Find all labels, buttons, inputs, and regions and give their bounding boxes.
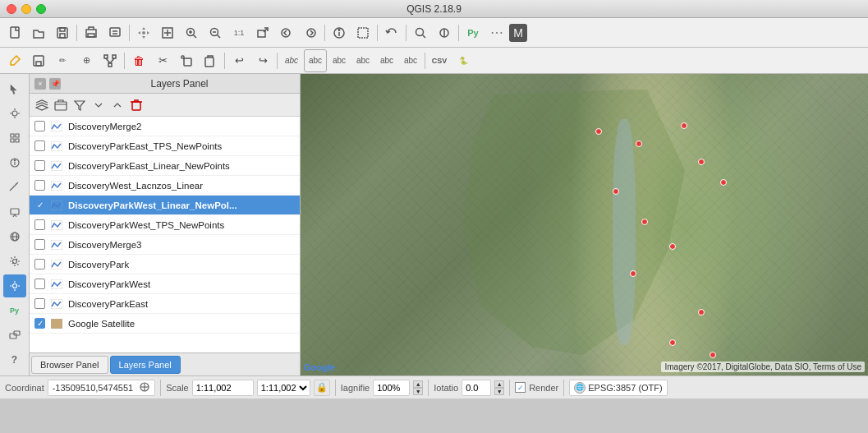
move-feature-button[interactable]: ⊕ bbox=[75, 49, 98, 72]
node-tool-button[interactable] bbox=[99, 49, 122, 72]
layer-checkbox[interactable] bbox=[34, 140, 45, 151]
csv-button[interactable]: CSV bbox=[428, 49, 451, 72]
digitize-button[interactable]: ✏ bbox=[51, 49, 74, 72]
collapse-all-button[interactable] bbox=[108, 96, 126, 114]
rotation-spinner[interactable]: ▲ ▼ bbox=[494, 380, 504, 395]
help-tool-button[interactable]: ? bbox=[3, 348, 26, 371]
layers-panel-pin[interactable]: 📌 bbox=[49, 78, 61, 90]
python-button[interactable]: Py bbox=[462, 21, 485, 44]
save-project-button[interactable] bbox=[51, 21, 74, 44]
add-layer-button[interactable] bbox=[33, 96, 51, 114]
render-checkbox[interactable]: ✓ bbox=[515, 382, 526, 393]
layer-item[interactable]: DiscoveryParkWest_TPS_NewPoints bbox=[30, 215, 300, 235]
zoom-actual-button[interactable]: 1:1 bbox=[227, 21, 250, 44]
zoom-layer-button[interactable] bbox=[251, 21, 274, 44]
add-group-button[interactable] bbox=[52, 96, 70, 114]
label-rotate-button[interactable]: abc bbox=[351, 49, 374, 72]
layer-item[interactable]: DiscoveryParkEast_TPS_NewPoints bbox=[30, 136, 300, 156]
rotation-input[interactable] bbox=[462, 380, 491, 396]
settings-tool-button[interactable] bbox=[3, 274, 26, 297]
layer-checkbox[interactable] bbox=[34, 160, 45, 171]
coordinate-icon[interactable] bbox=[139, 381, 150, 394]
label-auto-button[interactable]: abc bbox=[399, 49, 422, 72]
layers-panel-close[interactable]: × bbox=[34, 78, 46, 90]
magnifier-down[interactable]: ▼ bbox=[413, 388, 423, 395]
python-tool-button[interactable]: Py bbox=[3, 299, 26, 322]
maximize-button[interactable] bbox=[36, 4, 46, 14]
label-move-button[interactable]: abc bbox=[328, 49, 351, 72]
zoom-prev-button[interactable] bbox=[275, 21, 298, 44]
print-composer-button[interactable] bbox=[80, 21, 103, 44]
map-area[interactable]: Google Imagery ©2017, DigitalGlobe, Data… bbox=[301, 74, 868, 375]
magnifier-up[interactable]: ▲ bbox=[413, 380, 423, 388]
toggle-editing-button[interactable] bbox=[3, 49, 26, 72]
label-pin-button[interactable]: abc bbox=[304, 49, 327, 72]
rotation-down[interactable]: ▼ bbox=[494, 388, 504, 395]
zoom-next-button[interactable] bbox=[299, 21, 322, 44]
layer-checkbox[interactable] bbox=[34, 259, 45, 269]
zoom-in-tool-button[interactable] bbox=[3, 127, 26, 150]
delete-selected-button[interactable]: 🗑 bbox=[127, 49, 150, 72]
processing-tool-button[interactable] bbox=[3, 250, 26, 273]
measure-tool-button[interactable] bbox=[3, 176, 26, 199]
layer-item[interactable]: DiscoveryMerge2 bbox=[30, 117, 300, 136]
annotation-tool-button[interactable] bbox=[3, 200, 26, 223]
layer-item[interactable]: ✓ DiscoveryParkWest_Linear_NewPol... bbox=[30, 196, 300, 215]
plugin-tool-button[interactable] bbox=[3, 324, 26, 347]
plugin-button[interactable]: M bbox=[509, 24, 527, 42]
layers-panel-tab[interactable]: Layers Panel bbox=[110, 356, 181, 374]
zoom-out-button[interactable] bbox=[204, 21, 227, 44]
python2-button[interactable]: 🐍 bbox=[452, 49, 475, 72]
redo-button[interactable]: ↪ bbox=[251, 49, 274, 72]
magnifier-input[interactable] bbox=[373, 380, 410, 396]
zoom-full-button[interactable] bbox=[156, 21, 179, 44]
layer-item[interactable]: DiscoveryWest_Lacnzos_Linear bbox=[30, 176, 300, 196]
pan-rotate-button[interactable] bbox=[433, 21, 456, 44]
layer-checkbox[interactable]: ✓ bbox=[34, 318, 45, 329]
layer-item[interactable]: DiscoveryPark bbox=[30, 255, 300, 274]
select-tool-button[interactable] bbox=[3, 77, 26, 100]
lock-scale-button[interactable]: 🔒 bbox=[314, 380, 330, 396]
magnifier-spinner[interactable]: ▲ ▼ bbox=[413, 380, 423, 395]
paste-features-button[interactable] bbox=[199, 49, 222, 72]
identify-tool-button[interactable] bbox=[3, 151, 26, 174]
remove-layer-button[interactable] bbox=[127, 96, 145, 114]
layer-item[interactable]: DiscoveryParkWest bbox=[30, 274, 300, 294]
layer-checkbox[interactable] bbox=[34, 239, 45, 250]
copy-features-button[interactable] bbox=[175, 49, 198, 72]
label-change-button[interactable]: abc bbox=[375, 49, 398, 72]
label-tool-button[interactable]: abc bbox=[280, 49, 303, 72]
layer-checkbox[interactable] bbox=[34, 298, 45, 309]
scale-select[interactable]: 1:11,002 bbox=[257, 380, 310, 396]
browser-panel-tab[interactable]: Browser Panel bbox=[31, 356, 108, 374]
layer-checkbox[interactable] bbox=[34, 180, 45, 191]
expand-all-button[interactable] bbox=[90, 96, 108, 114]
layer-item[interactable]: DiscoveryParkEast bbox=[30, 294, 300, 314]
layer-checkbox[interactable]: ✓ bbox=[34, 200, 45, 210]
layer-checkbox[interactable] bbox=[34, 219, 45, 230]
refresh-button[interactable] bbox=[380, 21, 403, 44]
open-project-button[interactable] bbox=[27, 21, 50, 44]
close-button[interactable] bbox=[7, 4, 16, 14]
layer-item[interactable]: DiscoveryMerge3 bbox=[30, 235, 300, 255]
minimize-button[interactable] bbox=[21, 4, 31, 14]
save-edits-button[interactable] bbox=[27, 49, 50, 72]
crs-icon[interactable]: 🌐 bbox=[574, 382, 586, 394]
filter-layer-button[interactable] bbox=[71, 96, 89, 114]
globe-tool-button[interactable] bbox=[3, 225, 26, 248]
new-project-button[interactable] bbox=[3, 21, 26, 44]
select-features-button[interactable] bbox=[351, 21, 374, 44]
layer-item[interactable]: DiscoveryParkEast_Linear_NewPoints bbox=[30, 156, 300, 176]
rotation-up[interactable]: ▲ bbox=[494, 380, 504, 388]
composer-manager-button[interactable] bbox=[103, 21, 126, 44]
cut-features-button[interactable]: ✂ bbox=[151, 49, 174, 72]
more-tools-button[interactable]: ⋯ bbox=[485, 21, 508, 44]
layer-item[interactable]: ✓ Google Satellite bbox=[30, 314, 300, 334]
layer-checkbox[interactable] bbox=[34, 279, 45, 289]
pan-tool-button[interactable] bbox=[3, 102, 26, 125]
identify-button[interactable] bbox=[328, 21, 351, 44]
zoom-in-button[interactable] bbox=[180, 21, 203, 44]
magnifier-button[interactable] bbox=[409, 21, 432, 44]
pan-map-button[interactable] bbox=[132, 21, 155, 44]
crs-field[interactable]: 🌐 EPSG:3857 (OTF) bbox=[569, 380, 667, 396]
